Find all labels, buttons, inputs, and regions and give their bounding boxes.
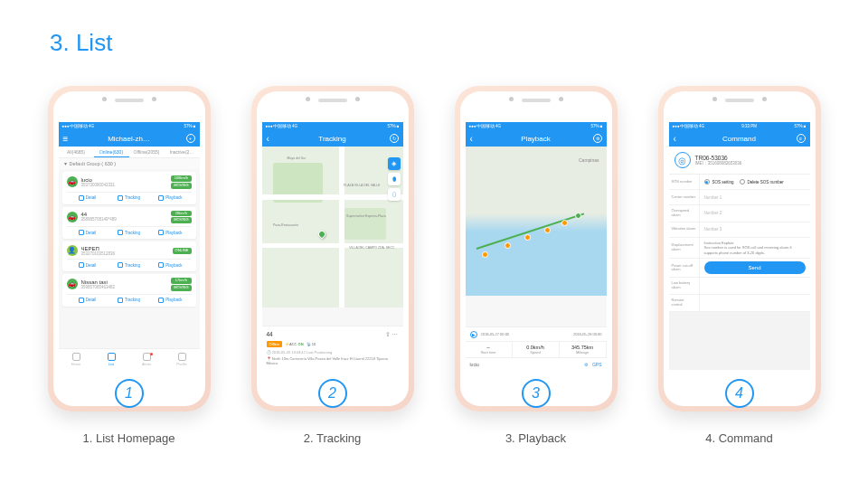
action-detail[interactable]: Detail	[67, 230, 108, 235]
command-row: Power cut-off alarmSend	[669, 259, 810, 278]
device-card[interactable]: 🚗lucio353730080042331108km/hMOVINGDetail…	[62, 172, 196, 204]
action-playback[interactable]: Playback	[150, 230, 192, 235]
caption-3: 3. Playback	[505, 431, 566, 445]
action-detail[interactable]: Detail	[67, 262, 108, 268]
add-icon[interactable]: +	[186, 134, 195, 143]
steering-icon: ◎	[675, 152, 691, 168]
tracking-card: 44 ⇪ ⋯ Offline ⚡ACC ON 📡 10 🕐 2018-05-10…	[262, 326, 403, 370]
phone-1: ●●●中国移动 4G57% ■ ≡ Michael-zh… + All(4685…	[48, 86, 211, 412]
action-playback[interactable]: Playback	[150, 298, 192, 303]
input-placeholder[interactable]: Number 1	[704, 195, 722, 200]
screen-tracking: ●●●中国移动 4G57% ■ ‹ Tracking ↻ Mayo del Su…	[262, 122, 403, 370]
phone-4: ●●●中国移动 4G9:33 PM57% ■ ‹ Command ≡ ◎ TR0…	[658, 86, 821, 412]
device-card[interactable]: 🚗Nissan taxi35985708546348217km/hMOVINGD…	[62, 274, 196, 307]
bottom-nav: Home List Alerts Profile	[59, 348, 200, 370]
home-button[interactable]: 4	[725, 379, 754, 408]
device-icon: 🚗	[67, 176, 78, 187]
action-detail[interactable]: Detail	[67, 298, 108, 303]
command-row: Center numberNumber 1	[669, 190, 810, 205]
device-header: ◎ TR06-53036IMEI：351608082653036	[669, 147, 810, 175]
header-title: Michael-zh…	[108, 135, 150, 143]
home-button[interactable]: 3	[522, 379, 551, 408]
nav-list[interactable]: List	[94, 349, 129, 370]
command-row: SOS numberSOS settingDelete SOS number	[669, 175, 810, 190]
status-bar: ●●●中国移动 4G57% ■	[59, 122, 200, 130]
back-icon[interactable]: ‹	[674, 134, 676, 144]
nav-profile[interactable]: Profile	[165, 349, 200, 370]
app-header: ≡ Michael-zh… +	[59, 130, 200, 147]
playback-stats: --Start time 0.0km/hSpeed 345.75kmMileag…	[466, 341, 607, 357]
action-tracking[interactable]: Tracking	[108, 195, 150, 201]
action-tracking[interactable]: Tracking	[108, 262, 150, 268]
command-row: Displacement alarmInstruction Explain:So…	[669, 238, 810, 260]
caption-2: 2. Tracking	[304, 431, 362, 445]
nav-home[interactable]: Home	[59, 349, 94, 370]
refresh-icon[interactable]: ↻	[390, 134, 399, 143]
input-placeholder[interactable]: Number 3	[704, 227, 722, 232]
phone-row: ●●●中国移动 4G57% ■ ≡ Michael-zh… + All(4685…	[0, 86, 868, 445]
settings-icon[interactable]: ⚙	[584, 362, 588, 367]
share-icon[interactable]: ⇪ ⋯	[385, 331, 399, 338]
command-row: Low battery alarm	[669, 278, 810, 295]
nav-alerts[interactable]: Alerts	[129, 349, 165, 370]
street-button[interactable]: ⬯	[388, 188, 401, 201]
back-icon[interactable]: ‹	[470, 134, 473, 144]
options-icon[interactable]: ⚙	[593, 134, 602, 143]
device-icon: 🚗	[67, 212, 78, 222]
radio-option[interactable]	[740, 179, 745, 184]
gps-toggle[interactable]: GPS	[592, 362, 602, 367]
play-button[interactable]: ▶	[470, 331, 477, 338]
header-title: Playback	[521, 135, 550, 143]
command-row: Overspeed alarmNumber 2	[669, 205, 810, 222]
device-pin[interactable]	[316, 229, 326, 239]
device-card[interactable]: 👤ЧЕРЕП353270103512836ONLINEDetailTrackin…	[62, 241, 196, 271]
header-title: Tracking	[318, 135, 345, 143]
action-tracking[interactable]: Tracking	[108, 230, 150, 235]
phone-3: ●●●中国移动 4G57% ■ ‹ Playback ⚙ Campinas ▶ …	[455, 86, 618, 412]
map-view[interactable]: Campinas	[466, 147, 607, 296]
layer-button[interactable]: ◈	[388, 157, 401, 170]
playback-bar: ▶ 2018-05-27 00:00 2018-05-28 00:00	[466, 326, 607, 341]
screen-list: ●●●中国移动 4G57% ■ ≡ Michael-zh… + All(4685…	[59, 122, 200, 370]
caption-1: 1. List Homepage	[83, 431, 175, 445]
caption-4: 4. Command	[705, 431, 772, 445]
input-placeholder[interactable]: Number 2	[704, 211, 722, 215]
home-button[interactable]: 2	[318, 379, 347, 408]
screen-command: ●●●中国移动 4G9:33 PM57% ■ ‹ Command ≡ ◎ TR0…	[669, 122, 810, 370]
send-button[interactable]: Send	[704, 261, 806, 274]
device-icon: 🚗	[67, 279, 78, 289]
history-icon[interactable]: ≡	[797, 134, 806, 143]
device-card[interactable]: 🚗44358985708149*48920km/hMOVINGDetailTra…	[62, 207, 196, 240]
radio-option[interactable]	[704, 179, 710, 184]
device-name: 44	[267, 331, 273, 337]
tab-inactive[interactable]: Inactive(2…	[165, 147, 200, 157]
tab-offline[interactable]: Offline(2055)	[129, 147, 165, 157]
home-button[interactable]: 1	[115, 379, 144, 408]
action-detail[interactable]: Detail	[67, 195, 108, 201]
command-row: Remote control	[669, 295, 810, 312]
device-icon: 👤	[67, 245, 78, 256]
group-header[interactable]: ▾Default Group ( 630 )	[59, 158, 200, 169]
menu-icon[interactable]: ≡	[63, 134, 69, 144]
tab-all[interactable]: All(4685)	[59, 147, 94, 157]
map-view[interactable]: Mayo del Sur PLAZA VILLA DEL VALLE Poza-…	[262, 147, 403, 308]
header-title: Command	[722, 135, 756, 143]
section-title: 3. List	[50, 29, 112, 57]
tab-online[interactable]: Online(630)	[94, 147, 129, 157]
status-badge: Offline	[267, 341, 283, 347]
playback-footer: lucio ⚙GPS	[466, 357, 607, 370]
traffic-button[interactable]: ⬮	[388, 173, 401, 185]
screen-playback: ●●●中国移动 4G57% ■ ‹ Playback ⚙ Campinas ▶ …	[466, 122, 607, 370]
action-playback[interactable]: Playback	[150, 262, 192, 268]
back-icon[interactable]: ‹	[267, 134, 269, 144]
status-tabs: All(4685) Online(630) Offline(2055) Inac…	[59, 147, 200, 158]
phone-2: ●●●中国移动 4G57% ■ ‹ Tracking ↻ Mayo del Su…	[251, 86, 414, 412]
action-tracking[interactable]: Tracking	[108, 298, 150, 303]
action-playback[interactable]: Playback	[150, 195, 192, 201]
command-row: Vibration alarmNumber 3	[669, 222, 810, 238]
